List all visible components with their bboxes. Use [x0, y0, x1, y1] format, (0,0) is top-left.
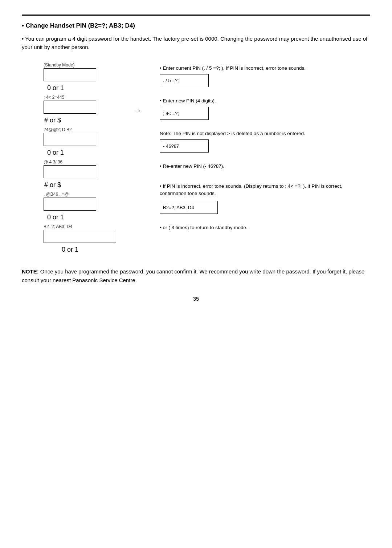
left-column: (Standby Mode) 0 or 1 ; 4< 2=445 # or $ …	[22, 62, 145, 256]
note3-text: Note: The PIN is not displayed > is dele…	[160, 130, 305, 137]
section-title: • Change Handset PIN (B2=?; AB3; D4)	[22, 22, 370, 29]
note6-text: • or ( 3 times) to return to standby mod…	[160, 224, 248, 231]
diagram-area: → (Standby Mode) 0 or 1 ; 4< 2=445 # or …	[22, 62, 370, 256]
box5-label: . @B46 . =@	[44, 192, 69, 197]
step3-label: 0 or 1	[47, 149, 64, 157]
box6	[44, 230, 116, 243]
rbox2: ; 4< =?;	[160, 107, 209, 120]
step1-label: 0 or 1	[47, 84, 64, 92]
step6-label: 0 or 1	[62, 246, 78, 253]
bottom-note: NOTE: Once you have programmed the passw…	[22, 267, 370, 285]
rbox3: - 46?87	[160, 139, 209, 153]
note2-text: • Enter new PIN (4 digits).	[160, 97, 216, 105]
box5	[44, 198, 96, 211]
note1-text: • Enter current PIN (. / 5 =?; ). If PIN…	[160, 65, 306, 72]
rbox4: B2=?; AB3; D4	[160, 201, 218, 214]
note4-text: • Re-enter new PIN (- 46?87).	[160, 163, 224, 170]
section-description: • You can program a 4 digit password for…	[22, 34, 370, 52]
step2-label: # or $	[44, 117, 61, 124]
box1	[44, 68, 96, 81]
note5-text: • If PIN is incorrect, error tone sounds…	[160, 183, 370, 198]
note-bold-content: Once you have programmed the password, y…	[22, 268, 364, 283]
note-bold-label: NOTE:	[22, 268, 39, 275]
box2	[44, 101, 96, 114]
box3-label: 24@@?; D B2	[44, 127, 72, 132]
arrow-icon: →	[134, 106, 142, 115]
box4-label: @ 4 3/ 36	[44, 159, 62, 165]
step4-label: # or $	[44, 181, 61, 189]
box2-label: ; 4< 2=445	[44, 95, 64, 100]
right-column: • Enter current PIN (. / 5 =?; ). If PIN…	[145, 62, 370, 256]
top-rule	[22, 15, 370, 16]
step5-label: 0 or 1	[47, 214, 64, 221]
page-number: 35	[22, 296, 370, 302]
standby-mode-label: (Standby Mode)	[44, 62, 74, 68]
box3	[44, 133, 96, 146]
box6-label: B2=?; AB3; D4	[44, 224, 72, 229]
rbox1: . / 5 =?;	[160, 74, 209, 87]
box4	[44, 165, 96, 178]
